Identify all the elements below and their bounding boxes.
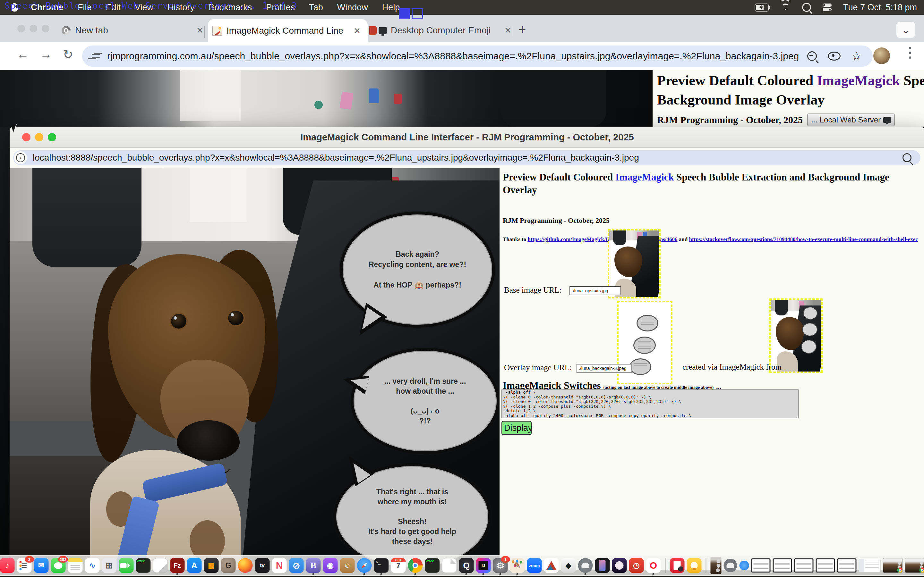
back-button[interactable]: ← [17, 47, 29, 61]
dock-minimized-chrome-window-2[interactable] [905, 558, 924, 573]
dock-lightbulb-app[interactable] [687, 558, 702, 573]
tab-new-tab[interactable]: New tab ✕ [57, 19, 210, 42]
imagemagick-switches-textarea[interactable]: -alpha off \ \( -clone 0 -color-threshol… [501, 390, 798, 418]
window-zoom-button[interactable] [42, 25, 49, 32]
dock-minimized-chrome-window-1[interactable] [883, 558, 903, 573]
dock-facetime[interactable] [119, 558, 134, 573]
local-web-server-button[interactable]: ... Local Web Server [807, 113, 895, 126]
dock-podcasts[interactable]: ◉ [323, 558, 338, 573]
battery-icon[interactable] [754, 3, 769, 11]
display-button[interactable]: Display [501, 421, 531, 435]
dock-bbedit[interactable]: B [306, 558, 321, 573]
dock-libreoffice[interactable] [153, 558, 168, 573]
dock-quicktime[interactable]: Q [459, 558, 474, 573]
inner-window-titlebar[interactable]: ImageMagick Command Line Interfacer - RJ… [10, 127, 924, 148]
zoom-out-icon[interactable] [807, 51, 817, 61]
dock-freeform[interactable]: ∿ [85, 558, 100, 573]
tab-close-icon[interactable]: ✕ [502, 26, 514, 35]
bookmark-star-icon[interactable]: ☆ [851, 50, 862, 62]
dock-inkscape[interactable]: ◆ [561, 558, 576, 573]
dock-minimized-doc-window-5[interactable] [837, 558, 857, 572]
dock-messages[interactable]: 202 [51, 558, 66, 573]
inner-url-text[interactable]: localhost:8888/speech_bubble_overlays.ph… [33, 153, 903, 163]
search-magnifier-icon[interactable] [903, 153, 911, 162]
reload-button[interactable]: ↻ [63, 47, 73, 61]
tab-close-icon[interactable]: ✕ [351, 26, 363, 36]
window-close-button[interactable] [17, 25, 25, 32]
page-info-icon[interactable]: i [14, 151, 27, 164]
dock-mail[interactable]: ✉ [34, 558, 49, 573]
dock-chrome[interactable] [408, 558, 423, 573]
imagemagick-link[interactable]: ImageMagick [817, 73, 900, 89]
dock-shortcuts-blocked[interactable]: ⊘ [289, 558, 304, 573]
control-center-icon[interactable] [822, 3, 832, 11]
stackoverflow-link[interactable]: https://stackoverflow.com/questions/7109… [689, 236, 918, 242]
url-text[interactable]: rjmprogramming.com.au/speech_bubble_over… [107, 51, 807, 61]
dock-app-store[interactable]: A [187, 558, 202, 573]
dock-minimized-mamp-window[interactable] [724, 559, 737, 572]
dock-notes[interactable] [68, 558, 83, 573]
menu-item-help[interactable]: Help [382, 3, 400, 12]
base-image-url-input[interactable] [569, 286, 621, 295]
spotlight-search-icon[interactable] [802, 3, 811, 12]
dock-terminal-exec-2[interactable]: exec [425, 558, 440, 573]
dock-apple-tv[interactable]: tv [255, 558, 270, 573]
site-settings-icon[interactable] [92, 53, 100, 60]
dock-minimized-doc-window-4[interactable] [816, 558, 835, 572]
window-minimize-button[interactable] [29, 25, 37, 32]
dock-photo-card-app[interactable] [670, 558, 685, 573]
freeform-icon: ∿ [85, 558, 100, 573]
forward-button[interactable]: → [40, 47, 52, 61]
dock-music[interactable]: ♪ [0, 558, 15, 573]
dock-reminders[interactable]: ☰3 [17, 558, 32, 573]
imagemagick-link[interactable]: ImageMagick [615, 171, 674, 183]
dock-minimized-doc-window-1[interactable] [751, 558, 771, 572]
dock-calendar[interactable]: OCT7 [391, 558, 406, 573]
profile-avatar[interactable] [873, 47, 890, 64]
wifi-icon[interactable] [780, 3, 790, 11]
address-bar[interactable]: rjmprogramming.com.au/speech_bubble_over… [82, 45, 873, 67]
mamp-icon [578, 558, 593, 573]
dock-cmake[interactable] [544, 558, 559, 573]
overlay-source-thumbnail[interactable] [771, 300, 821, 372]
menu-item-tab[interactable]: Tab [309, 3, 323, 12]
overlay-image-url-input[interactable] [577, 364, 632, 373]
tab-desktop-computer-emoji[interactable]: Desktop Computer Emoji ✕ [365, 19, 519, 42]
dock-iphone-mirroring[interactable] [595, 558, 610, 573]
dock-contacts[interactable]: ☺ [340, 558, 355, 573]
dock-filezilla[interactable]: Fz [170, 558, 185, 573]
dock-system-settings[interactable]: ⚙1 [493, 558, 508, 573]
dock-terminal-exec[interactable]: exec [136, 558, 151, 573]
minimized-doc-window-4-icon [816, 558, 835, 572]
dock-terminal[interactable]: >_ [374, 558, 389, 573]
dock-cat-app[interactable] [612, 558, 627, 573]
dock-launchpad[interactable]: ⊞ [102, 558, 117, 573]
dock-zoom[interactable]: zoom [527, 558, 542, 573]
dock-minimized-finder-window[interactable] [859, 559, 881, 572]
reading-mode-eye-icon[interactable] [828, 52, 841, 61]
dock-gimp[interactable]: G [221, 558, 236, 573]
menu-bar-clock[interactable]: Tue 7 Oct 5:18 pm [843, 3, 917, 13]
menu-item-window[interactable]: Window [337, 3, 368, 12]
tab-overflow-chevron-button[interactable]: ⌄ [897, 22, 915, 38]
dock-opera[interactable]: O [646, 558, 661, 573]
dock-writer-doc[interactable] [442, 558, 457, 573]
inner-address-bar[interactable]: i localhost:8888/speech_bubble_overlays.… [13, 150, 921, 165]
dock-minimized-doc-window-3[interactable] [795, 558, 814, 572]
dock-mamp[interactable] [578, 558, 593, 573]
chrome-menu-icon[interactable] [909, 47, 911, 59]
outer-page-title-line2: Background Image Overlay [657, 92, 825, 108]
mouse-cursor [11, 123, 21, 133]
dock-news[interactable]: N [272, 558, 287, 573]
tab-imagemagick-active[interactable]: ImageMagick Command Line ✕ [208, 19, 368, 42]
dock-intellij[interactable]: IJ [476, 558, 491, 573]
dock-firefox[interactable] [238, 558, 253, 573]
new-tab-button[interactable]: + [519, 23, 526, 36]
dock-minimized-doc-window-2[interactable] [773, 558, 792, 572]
dock-art-palette[interactable]: ✎ [510, 558, 525, 573]
dock-minimized-dog-window[interactable] [711, 557, 722, 574]
dock-minimized-safari-window[interactable] [740, 561, 749, 570]
dock-safari[interactable] [357, 558, 372, 573]
dock-calculator[interactable]: ▦ [204, 558, 219, 573]
dock-gauge-app[interactable]: ◷ [629, 558, 644, 573]
